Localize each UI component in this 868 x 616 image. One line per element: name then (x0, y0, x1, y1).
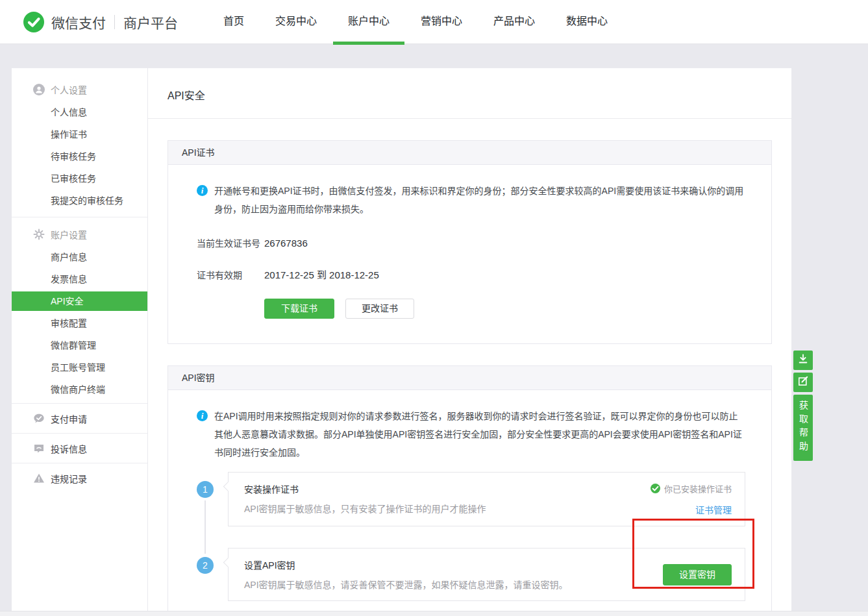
sidebar-link-label: 支付申请 (51, 412, 87, 425)
sidebar-link-complaint-info[interactable]: 投诉信息 (12, 433, 147, 463)
download-certificate-button[interactable]: 下载证书 (264, 299, 334, 319)
certificate-number-value: 26767836 (264, 238, 308, 249)
brand-name: 微信支付 (51, 12, 106, 32)
gear-icon (33, 228, 45, 240)
title-divider (148, 118, 791, 119)
certificate-info-text: 开通帐号和更换API证书时，由微信支付签发，用来标识和界定你的身份；部分安全性要… (214, 182, 745, 218)
step-title: 设置API密钥 (244, 558, 568, 571)
step-title: 安装操作证书 (244, 482, 486, 495)
logo-divider (114, 15, 115, 29)
current-certificate-row: 当前生效证书号 26767836 (197, 236, 745, 249)
certificate-number-label: 当前生效证书号 (197, 236, 264, 249)
top-header: 微信支付 商户平台 首页 交易中心 账户中心 营销中心 产品中心 数据中心 (0, 0, 868, 44)
api-key-steps: 1 安装操作证书 API密钥属于敏感信息，只有安装了操作证书的用户才能操作 (197, 472, 745, 601)
certificate-validity-row: 证书有效期 2017-12-25 到 2018-12-25 (197, 267, 745, 281)
complaint-bubble-icon (33, 443, 45, 454)
sidebar-item-review-config[interactable]: 审核配置 (12, 314, 147, 333)
step-connector-line (205, 500, 206, 554)
info-icon: i (197, 410, 208, 421)
step-set-api-key: 2 设置API密钥 API密钥属于敏感信息，请妥善保管不要泄露，如果怀疑信息泄露… (197, 548, 745, 601)
user-icon (33, 84, 45, 95)
sidebar-link-label: 违规记录 (51, 472, 87, 485)
warning-icon (33, 473, 45, 484)
nav-tab-product-center[interactable]: 产品中心 (478, 0, 550, 44)
sidebar-item-wechat-merchant-terminal[interactable]: 微信商户终端 (12, 380, 147, 399)
certificate-management-link[interactable]: 证书管理 (651, 503, 732, 516)
certificate-installed-status: 你已安装操作证书 (664, 482, 732, 495)
sidebar-item-wechat-group-management[interactable]: 微信群管理 (12, 336, 147, 355)
sidebar-group-account-settings: 账户设置 (12, 227, 147, 241)
step-set-api-key-box: 设置API密钥 API密钥属于敏感信息，请妥善保管不要泄露，如果怀疑信息泄露，请… (228, 548, 745, 601)
api-certificate-card-header: API证书 (167, 140, 772, 165)
primary-nav: 首页 交易中心 账户中心 营销中心 产品中心 数据中心 (208, 0, 623, 44)
sidebar-item-personal-info[interactable]: 个人信息 (12, 103, 147, 122)
sidebar-group-personal-settings: 个人设置 (12, 82, 147, 97)
sidebar-group-title: 个人设置 (51, 83, 87, 96)
validity-label: 证书有效期 (197, 268, 264, 281)
nav-tab-transaction-center[interactable]: 交易中心 (260, 0, 332, 44)
nav-tab-account-center[interactable]: 账户中心 (333, 0, 404, 44)
api-certificate-card: API证书 i 开通帐号和更换API证书时，由微信支付签发，用来标识和界定你的身… (167, 140, 772, 344)
sidebar: 个人设置 个人信息 操作证书 待审核任务 已审核任务 我提交的审核任务 账户设置… (12, 68, 147, 616)
sidebar-item-pending-review-tasks[interactable]: 待审核任务 (12, 147, 147, 166)
floating-action-stack: 获取帮助 (793, 351, 813, 461)
sidebar-item-api-security[interactable]: API安全 (12, 291, 147, 311)
api-key-info-text: 在API调用时用来按照指定规则对你的请求参数进行签名，服务器收到你的请求时会进行… (214, 407, 745, 462)
step-number-badge: 1 (197, 481, 214, 498)
nav-tab-home[interactable]: 首页 (208, 0, 259, 44)
sidebar-item-merchant-info[interactable]: 商户信息 (12, 247, 147, 267)
nav-tab-data-center[interactable]: 数据中心 (551, 0, 623, 44)
feedback-fab-button[interactable] (793, 373, 813, 392)
sidebar-item-my-submitted-review-tasks[interactable]: 我提交的审核任务 (12, 191, 147, 210)
step-description: API密钥属于敏感信息，只有安装了操作证书的用户才能操作 (244, 502, 486, 515)
sidebar-link-label: 投诉信息 (51, 442, 87, 455)
api-certificate-card-body: i 开通帐号和更换API证书时，由微信支付签发，用来标识和界定你的身份；部分安全… (167, 165, 772, 344)
sidebar-item-staff-account-management[interactable]: 员工账号管理 (12, 358, 147, 377)
api-key-card-body: i 在API调用时用来按照指定规则对你的请求参数进行签名，服务器收到你的请求时会… (167, 390, 772, 616)
change-certificate-button[interactable]: 更改证书 (345, 299, 414, 319)
sidebar-link-violation-records[interactable]: 违规记录 (12, 463, 147, 493)
sidebar-divider (12, 217, 147, 217)
wechat-pay-logo-icon (23, 12, 44, 32)
set-api-key-button[interactable]: 设置密钥 (663, 564, 732, 585)
page-title: API安全 (167, 87, 791, 103)
nav-tab-marketing-center[interactable]: 营销中心 (406, 0, 477, 44)
sidebar-item-operation-certificate[interactable]: 操作证书 (12, 125, 147, 144)
info-icon: i (197, 185, 208, 196)
platform-name: 商户平台 (123, 12, 178, 32)
validity-value: 2017-12-25 到 2018-12-25 (264, 267, 379, 281)
sidebar-link-payment-application[interactable]: 支付申请 (12, 403, 147, 433)
step-number-badge: 2 (197, 557, 214, 574)
main-content: API安全 API证书 i 开通帐号和更换API证书时，由微信支付签发，用来标识… (148, 68, 791, 616)
check-icon (651, 484, 660, 493)
sidebar-group-title: 账户设置 (51, 228, 87, 241)
step-install-certificate-box: 安装操作证书 API密钥属于敏感信息，只有安装了操作证书的用户才能操作 (228, 472, 745, 526)
api-key-card-header: API密钥 (167, 365, 772, 390)
get-help-button[interactable]: 获取帮助 (793, 395, 813, 461)
download-fab-button[interactable] (793, 351, 813, 370)
sidebar-item-invoice-info[interactable]: 发票信息 (12, 269, 147, 289)
horizontal-scrollbar[interactable] (0, 611, 868, 616)
download-icon (797, 353, 809, 367)
step-install-certificate: 1 安装操作证书 API密钥属于敏感信息，只有安装了操作证书的用户才能操作 (197, 472, 745, 526)
edit-icon (797, 375, 809, 389)
step-description: API密钥属于敏感信息，请妥善保管不要泄露，如果怀疑信息泄露，请重设密钥。 (244, 578, 568, 591)
brand-logo[interactable]: 微信支付 商户平台 (23, 0, 178, 44)
chat-check-icon (33, 413, 45, 425)
sidebar-item-reviewed-tasks[interactable]: 已审核任务 (12, 169, 147, 188)
api-key-card: API密钥 i 在API调用时用来按照指定规则对你的请求参数进行签名，服务器收到… (167, 365, 772, 616)
